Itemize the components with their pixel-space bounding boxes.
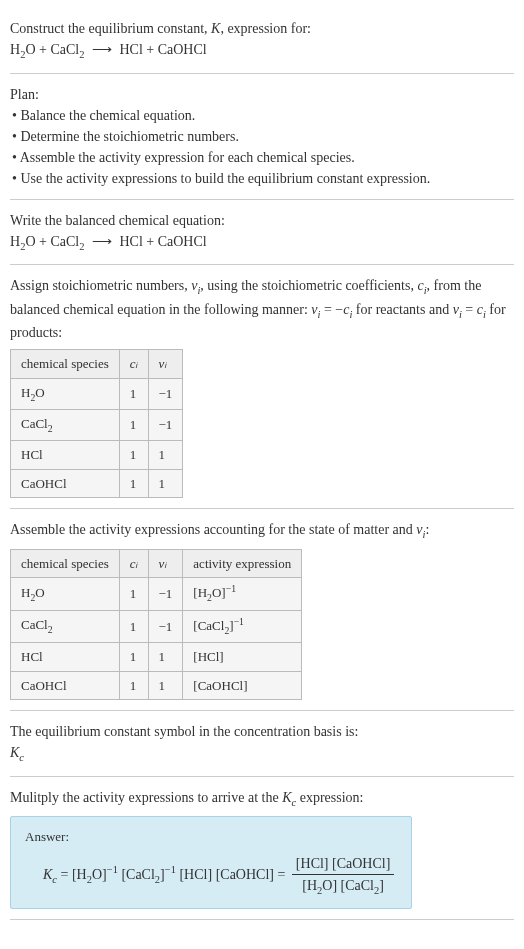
balanced-section: Write the balanced chemical equation: H2… bbox=[10, 200, 514, 266]
nui-cell: 1 bbox=[148, 441, 183, 470]
species-cell: HCl bbox=[11, 441, 120, 470]
activity-cell: [HCl] bbox=[183, 643, 302, 672]
multiply-text: Mulitply the activity expressions to arr… bbox=[10, 787, 514, 811]
col-species: chemical species bbox=[11, 350, 120, 379]
answer-label: Answer: bbox=[25, 827, 397, 847]
species-cell: HCl bbox=[11, 643, 120, 672]
activity-cell: [CaOHCl] bbox=[183, 671, 302, 700]
eq-caohcl: CaOHCl bbox=[158, 42, 207, 57]
col-ci: cᵢ bbox=[119, 549, 148, 578]
activity-table: chemical species cᵢ νᵢ activity expressi… bbox=[10, 549, 302, 701]
plan-heading: Plan: bbox=[10, 84, 514, 105]
ci-cell: 1 bbox=[119, 578, 148, 611]
table-row: H2O 1 −1 bbox=[11, 378, 183, 409]
activity-cell: [CaCl2]−1 bbox=[183, 610, 302, 643]
intro-text: Construct the equilibrium constant, K, e… bbox=[10, 18, 514, 39]
stoich-desc: Assign stoichiometric numbers, νi, using… bbox=[10, 275, 514, 343]
stoich-table: chemical species cᵢ νᵢ H2O 1 −1 CaCl2 1 … bbox=[10, 349, 183, 498]
nui-cell: −1 bbox=[148, 578, 183, 611]
plan-item: Determine the stoichiometric numbers. bbox=[12, 126, 514, 147]
intro-K: K bbox=[211, 21, 220, 36]
nui-cell: −1 bbox=[148, 610, 183, 643]
table-header-row: chemical species cᵢ νᵢ activity expressi… bbox=[11, 549, 302, 578]
species-cell: H2O bbox=[11, 578, 120, 611]
kc-symbol-section: The equilibrium constant symbol in the c… bbox=[10, 711, 514, 777]
stoich-section: Assign stoichiometric numbers, νi, using… bbox=[10, 265, 514, 509]
arrow-icon: ⟶ bbox=[92, 234, 112, 249]
plan-item: Use the activity expressions to build th… bbox=[12, 168, 514, 189]
kc-symbol-text: The equilibrium constant symbol in the c… bbox=[10, 721, 514, 742]
fraction-denominator: [H2O] [CaCl2] bbox=[292, 875, 395, 899]
species-cell: CaCl2 bbox=[11, 610, 120, 643]
col-species: chemical species bbox=[11, 549, 120, 578]
table-row: CaOHCl 1 1 bbox=[11, 469, 183, 498]
fraction-numerator: [HCl] [CaOHCl] bbox=[292, 853, 395, 875]
kc-expression: Kc = [H2O]−1 [CaCl2]−1 [HCl] [CaOHCl] = … bbox=[43, 853, 397, 899]
col-nui: νᵢ bbox=[148, 350, 183, 379]
plan-list: Balance the chemical equation. Determine… bbox=[10, 105, 514, 189]
table-row: CaCl2 1 −1 [CaCl2]−1 bbox=[11, 610, 302, 643]
activity-section: Assemble the activity expressions accoun… bbox=[10, 509, 514, 711]
ci-cell: 1 bbox=[119, 409, 148, 440]
activity-cell: [H2O]−1 bbox=[183, 578, 302, 611]
fraction: [HCl] [CaOHCl][H2O] [CaCl2] bbox=[292, 853, 395, 899]
intro-equation: H2O + CaCl2 ⟶ HCl + CaOHCl bbox=[10, 39, 514, 63]
col-nui: νᵢ bbox=[148, 549, 183, 578]
intro-section: Construct the equilibrium constant, K, e… bbox=[10, 8, 514, 74]
col-activity: activity expression bbox=[183, 549, 302, 578]
intro-prefix: Construct the equilibrium constant, bbox=[10, 21, 211, 36]
species-cell: CaOHCl bbox=[11, 671, 120, 700]
nui-cell: −1 bbox=[148, 409, 183, 440]
ci-cell: 1 bbox=[119, 610, 148, 643]
multiply-section: Mulitply the activity expressions to arr… bbox=[10, 777, 514, 921]
answer-box: Answer: Kc = [H2O]−1 [CaCl2]−1 [HCl] [Ca… bbox=[10, 816, 412, 909]
balanced-equation: H2O + CaCl2 ⟶ HCl + CaOHCl bbox=[10, 231, 514, 255]
ci-cell: 1 bbox=[119, 671, 148, 700]
nui-cell: −1 bbox=[148, 378, 183, 409]
plan-item: Balance the chemical equation. bbox=[12, 105, 514, 126]
ci-cell: 1 bbox=[119, 441, 148, 470]
table-row: CaOHCl 1 1 [CaOHCl] bbox=[11, 671, 302, 700]
ci-cell: 1 bbox=[119, 378, 148, 409]
table-row: H2O 1 −1 [H2O]−1 bbox=[11, 578, 302, 611]
ci-cell: 1 bbox=[119, 469, 148, 498]
kc-symbol: Kc bbox=[10, 742, 514, 766]
eq-cacl2: CaCl2 bbox=[50, 42, 84, 57]
plan-item: Assemble the activity expression for eac… bbox=[12, 147, 514, 168]
eq-h2o: H2O bbox=[10, 42, 36, 57]
table-row: CaCl2 1 −1 bbox=[11, 409, 183, 440]
intro-suffix: , expression for: bbox=[220, 21, 311, 36]
nui-cell: 1 bbox=[148, 643, 183, 672]
table-row: HCl 1 1 bbox=[11, 441, 183, 470]
species-cell: CaOHCl bbox=[11, 469, 120, 498]
species-cell: H2O bbox=[11, 378, 120, 409]
activity-heading: Assemble the activity expressions accoun… bbox=[10, 519, 514, 543]
arrow-icon: ⟶ bbox=[92, 42, 112, 57]
balanced-heading: Write the balanced chemical equation: bbox=[10, 210, 514, 231]
col-ci: cᵢ bbox=[119, 350, 148, 379]
plan-section: Plan: Balance the chemical equation. Det… bbox=[10, 74, 514, 200]
nui-cell: 1 bbox=[148, 671, 183, 700]
nui-cell: 1 bbox=[148, 469, 183, 498]
ci-cell: 1 bbox=[119, 643, 148, 672]
table-header-row: chemical species cᵢ νᵢ bbox=[11, 350, 183, 379]
species-cell: CaCl2 bbox=[11, 409, 120, 440]
table-row: HCl 1 1 [HCl] bbox=[11, 643, 302, 672]
eq-hcl: HCl bbox=[119, 42, 142, 57]
